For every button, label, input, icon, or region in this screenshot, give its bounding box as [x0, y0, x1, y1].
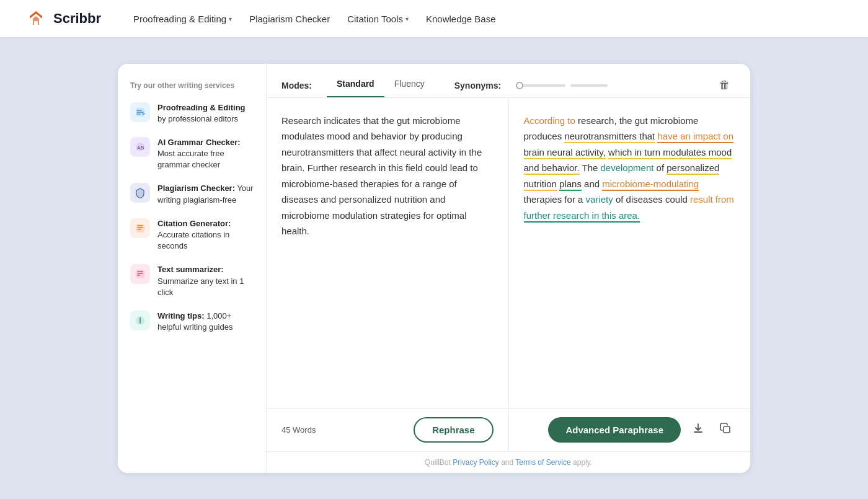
text-segment-16: and [584, 179, 602, 189]
text-segment-15: plans [559, 179, 582, 191]
text-segment-11: development [601, 162, 654, 173]
nav-links: Proofreading & Editing ▾ Plagiarism Chec… [133, 14, 496, 24]
nav-plagiarism[interactable]: Plagiarism Checker [249, 14, 330, 24]
text-segment-3: neurotransmitters that [564, 131, 655, 143]
and-text: and [499, 458, 515, 467]
editor-area: Modes: Standard Fluency Synonyms: 🗑 [267, 64, 750, 473]
svg-rect-4 [136, 224, 144, 232]
svg-text:AB: AB [137, 145, 144, 151]
sidebar-item-summarizer[interactable]: Text summarizer: Summarize any text in 1… [130, 264, 254, 298]
sidebar-item-text-plagiarism: Plagiarism Checker: Your writing plagiar… [157, 183, 254, 205]
navbar: Scribbr Proofreading & Editing ▾ Plagiar… [0, 0, 868, 37]
rephrase-button[interactable]: Rephrase [414, 417, 493, 443]
text-segment-5: have an impact on [657, 131, 733, 143]
tab-fluency[interactable]: Fluency [384, 74, 435, 97]
nav-knowledge[interactable]: Knowledge Base [426, 14, 496, 24]
chevron-down-icon: ▾ [229, 15, 232, 22]
download-button[interactable] [688, 420, 708, 440]
nav-proofreading[interactable]: Proofreading & Editing ▾ [133, 14, 232, 24]
delete-button[interactable]: 🗑 [714, 76, 735, 94]
mode-tabs: Standard Fluency [327, 74, 435, 97]
panels: Research indicates that the gut microbio… [267, 98, 750, 408]
bottom-left: 45 Words Rephrase [267, 408, 508, 451]
left-panel-text: Research indicates that the gut microbio… [281, 115, 482, 237]
logo-icon [25, 7, 47, 30]
chevron-down-icon-2: ▾ [405, 15, 409, 22]
text-segment-17: microbiome-modulating [602, 179, 699, 191]
slider-track-2 [570, 84, 608, 87]
text-segment-10: The [582, 162, 600, 173]
right-panel: According to research, the gut microbiom… [509, 98, 751, 408]
download-icon [692, 422, 704, 435]
copy-icon [719, 422, 732, 435]
writing-tips-icon [130, 311, 150, 330]
sidebar-item-citation[interactable]: Citation Generator: Accurate citations i… [130, 218, 254, 252]
text-segment-20: of diseases could [616, 194, 690, 205]
sidebar-item-proofreading[interactable]: Proofreading & Editing by professional e… [130, 102, 254, 125]
copy-button[interactable] [715, 420, 735, 440]
text-segment-23: further research in this area. [524, 210, 640, 223]
sidebar-item-grammar[interactable]: AB AI Grammar Checker: Most accurate fre… [130, 137, 254, 171]
slider-track [516, 84, 565, 87]
modes-label: Modes: [281, 81, 312, 91]
page-content: Try our other writing services Proofread… [0, 37, 868, 499]
summarizer-icon [130, 264, 150, 284]
sidebar-item-text-writing-tips: Writing tips: 1,000+ helpful writing gui… [157, 311, 254, 333]
apply-text: apply. [571, 458, 592, 467]
logo[interactable]: Scribbr [25, 7, 101, 30]
text-segment-12: of [657, 162, 667, 173]
text-segment-19: variety [586, 194, 613, 205]
svg-rect-7 [724, 426, 730, 433]
main-card: Try our other writing services Proofread… [118, 64, 750, 473]
bottom-row: 45 Words Rephrase Advanced Paraphrase [267, 408, 750, 451]
nav-citation[interactable]: Citation Tools ▾ [347, 14, 409, 24]
toolbar: Modes: Standard Fluency Synonyms: 🗑 [267, 64, 750, 98]
proofreading-icon [130, 102, 150, 122]
sidebar-item-writing-tips[interactable]: Writing tips: 1,000+ helpful writing gui… [130, 311, 254, 333]
synonyms-slider[interactable] [516, 84, 608, 87]
sidebar: Try our other writing services Proofread… [118, 64, 267, 473]
advanced-paraphrase-button[interactable]: Advanced Paraphrase [548, 417, 681, 443]
privacy-link[interactable]: Privacy Policy [453, 458, 499, 467]
sidebar-item-text-grammar: AI Grammar Checker: Most accurate free g… [157, 137, 254, 171]
text-segment-1: According to [524, 115, 575, 126]
word-count: 45 Words [281, 425, 316, 435]
text-segment-18: therapies for a [524, 194, 586, 205]
svg-rect-5 [136, 270, 144, 278]
sidebar-item-text-summarizer: Text summarizer: Summarize any text in 1… [157, 264, 254, 298]
quillbot-text: QuillBot [425, 458, 453, 467]
quillbot-footer: QuillBot Privacy Policy and Terms of Ser… [267, 451, 750, 473]
bottom-right: Advanced Paraphrase [508, 408, 751, 451]
tab-standard[interactable]: Standard [327, 74, 384, 97]
sidebar-title: Try our other writing services [130, 81, 254, 90]
text-segment-21: result from [690, 194, 734, 205]
sidebar-item-text-proofreading: Proofreading & Editing by professional e… [157, 102, 254, 125]
terms-link[interactable]: Terms of Service [515, 458, 570, 467]
grammar-icon: AB [130, 137, 150, 157]
sidebar-item-plagiarism[interactable]: Plagiarism Checker: Your writing plagiar… [130, 183, 254, 205]
citation-icon [130, 218, 150, 238]
synonyms-label: Synonyms: [454, 81, 501, 91]
plagiarism-icon [130, 183, 150, 203]
text-segment-7: brain neural activity, [524, 147, 606, 159]
sidebar-item-text-citation: Citation Generator: Accurate citations i… [157, 218, 254, 252]
slider-thumb [516, 82, 523, 89]
left-panel[interactable]: Research indicates that the gut microbio… [267, 98, 508, 408]
logo-text: Scribbr [53, 11, 101, 27]
